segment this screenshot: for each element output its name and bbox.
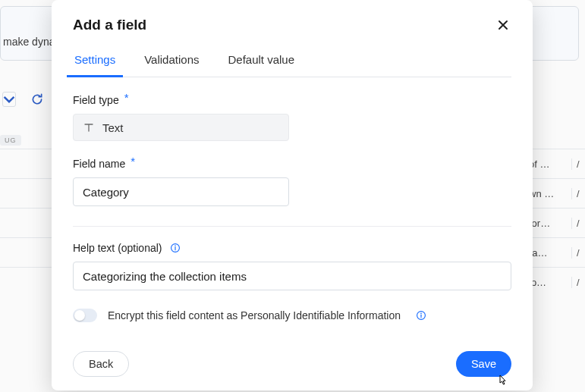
help-text-input[interactable] xyxy=(73,262,511,290)
field-name-input[interactable] xyxy=(73,177,289,206)
text-type-icon xyxy=(83,121,95,133)
tab-settings[interactable]: Settings xyxy=(73,53,117,77)
modal-overlay: Add a field Settings Validations Default… xyxy=(0,0,585,392)
info-icon[interactable] xyxy=(416,310,427,321)
tab-default-value[interactable]: Default value xyxy=(226,53,296,77)
tab-validations[interactable]: Validations xyxy=(143,53,200,77)
svg-point-1 xyxy=(175,246,176,247)
field-name-label-row: Field name * xyxy=(73,158,511,170)
encrypt-row: Encrypt this field content as Personally… xyxy=(73,309,511,322)
field-type-label: Field type xyxy=(73,94,119,106)
add-field-modal: Add a field Settings Validations Default… xyxy=(52,0,533,390)
field-type-value: Text xyxy=(102,121,124,134)
close-button[interactable] xyxy=(495,17,511,33)
help-text-section: Help text (optional) xyxy=(73,242,511,290)
help-text-label: Help text (optional) xyxy=(73,242,162,254)
encrypt-label: Encrypt this field content as Personally… xyxy=(108,309,401,321)
svg-point-3 xyxy=(421,313,423,315)
close-icon xyxy=(497,19,509,31)
help-text-label-row: Help text (optional) xyxy=(73,242,511,254)
modal-footer: Back Save xyxy=(73,337,511,377)
field-type-label-row: Field type * xyxy=(73,94,511,106)
section-divider xyxy=(73,226,511,227)
modal-header: Add a field xyxy=(73,17,511,33)
info-icon[interactable] xyxy=(170,243,181,254)
modal-tabs: Settings Validations Default value xyxy=(73,53,511,77)
save-button[interactable]: Save xyxy=(456,351,511,377)
back-button[interactable]: Back xyxy=(73,351,129,377)
field-name-section: Field name * xyxy=(73,158,511,206)
modal-title: Add a field xyxy=(73,17,146,33)
field-name-label: Field name xyxy=(73,158,125,170)
field-type-selector[interactable]: Text xyxy=(73,114,289,141)
field-type-section: Field type * Text xyxy=(73,94,511,141)
encrypt-toggle[interactable] xyxy=(73,309,97,322)
